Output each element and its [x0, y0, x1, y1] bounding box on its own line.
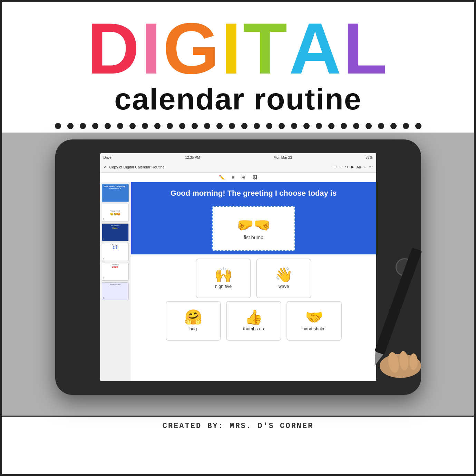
dot [254, 123, 260, 129]
dot [117, 123, 123, 129]
fist-bump-card[interactable]: 🤛🤜 fist bump [212, 206, 295, 251]
thumb-3-content: The month is March [102, 224, 128, 241]
dot [129, 123, 136, 129]
greeting-card-hug[interactable]: 🤗 hug [166, 301, 221, 341]
dots-divider [2, 117, 474, 133]
cast-icon[interactable]: ⊡ [333, 165, 337, 169]
handshake-emoji: 🤝 [305, 310, 323, 324]
dot [415, 123, 421, 129]
thumb-1-content: Good morning! The greeting I choose toda… [103, 185, 128, 201]
slides-panel: Good morning! The greeting I choose toda… [100, 182, 131, 381]
dot [390, 123, 397, 129]
photo-section: Drive 12:35 PM Mon Mar 23 78% ✓ Copy of … [2, 133, 474, 416]
letter-l: L [343, 12, 389, 85]
redo-icon[interactable]: ↪ [345, 165, 348, 169]
dot [316, 123, 322, 129]
dot [279, 123, 285, 129]
app-toolbar: ✓ Copy of Digital Calendar Routine ⊡ ↩ ↪… [100, 162, 376, 173]
svg-rect-0 [374, 247, 422, 355]
dot [378, 123, 384, 129]
slide-thumb-2[interactable]: Today I Feel 😊😢😡 2 [102, 204, 129, 222]
dot [92, 123, 98, 129]
ipad-body: Drive 12:35 PM Mon Mar 23 78% ✓ Copy of … [55, 139, 421, 395]
thumbs-up-emoji: 👍 [245, 310, 263, 324]
fist-bump-label: fist bump [244, 235, 263, 240]
image-icon[interactable]: 🖼 [252, 175, 257, 180]
dot [67, 123, 74, 129]
svg-point-5 [409, 353, 418, 370]
letter-a: A [289, 12, 343, 85]
greeting-options: 🙌 high five 👋 wave [131, 254, 376, 381]
dot [328, 123, 334, 129]
undo-icon[interactable]: ↩ [339, 165, 342, 169]
dot [167, 123, 173, 129]
slide-thumb-5[interactable]: The year is 2020 5 [102, 263, 129, 281]
dot [241, 123, 247, 129]
add-icon[interactable]: + [364, 165, 366, 169]
thumbs-up-label: thumbs up [243, 326, 264, 331]
dot [142, 123, 148, 129]
letter-i2: I [221, 12, 243, 85]
creator-text: CREATED BY: MRS. D'S CORNER [163, 422, 313, 430]
dot [366, 123, 372, 129]
checkmark-icon: ✓ [104, 165, 107, 169]
dot [105, 123, 111, 129]
handshake-label: hand shake [302, 326, 326, 331]
dot [229, 123, 235, 129]
greeting-card-wave[interactable]: 👋 wave [256, 259, 311, 298]
ipad-screen: Drive 12:35 PM Mon Mar 23 78% ✓ Copy of … [100, 153, 376, 381]
text-icon[interactable]: Aa [357, 165, 361, 169]
fist-bump-emoji: 🤛🤜 [236, 217, 271, 233]
pencil-icon[interactable]: ✏️ [219, 175, 225, 180]
slide-content: Good morning! The greeting I choose toda… [131, 182, 376, 381]
stylus-area [359, 245, 428, 385]
hug-label: hug [190, 326, 197, 331]
dot [291, 123, 297, 129]
slide-thumb-1[interactable]: Good morning! The greeting I choose toda… [102, 184, 129, 202]
letter-d: D [87, 12, 141, 85]
creator-credit: CREATED BY: MRS. D'S CORNER [2, 416, 474, 436]
fist-bump-area: 🤛🤜 fist bump [131, 203, 376, 254]
greeting-row-2: 🤗 hug 👍 thumbs up 🤝 [138, 301, 369, 341]
filename-label[interactable]: Copy of Digital Calendar Routine [109, 165, 331, 169]
slide-thumb-6[interactable]: Wonder Day was 6 [102, 282, 129, 300]
dot [55, 123, 61, 129]
dot [154, 123, 161, 129]
digital-title: D I G I T A L [9, 12, 467, 85]
greeting-row-1: 🙌 high five 👋 wave [138, 259, 369, 298]
play-icon[interactable]: ▶ [351, 165, 354, 169]
letter-i: I [141, 12, 163, 85]
draw-toolbar: ✏️ ≡ ⊞ 🖼 [100, 173, 376, 182]
wave-emoji: 👋 [275, 268, 293, 282]
dot [80, 123, 86, 129]
dot [341, 123, 347, 129]
high-five-label: high five [215, 284, 232, 289]
title-section: D I G I T A L calendar routine [2, 2, 474, 117]
dot [303, 123, 310, 129]
greeting-card-thumbs-up[interactable]: 👍 thumbs up [226, 301, 281, 341]
slide-header: Good morning! The greeting I choose toda… [131, 182, 376, 203]
more-icon[interactable]: ⋯ [369, 165, 373, 169]
status-battery: 78% [366, 156, 372, 159]
list-icon[interactable]: ≡ [232, 175, 234, 180]
page-container: D I G I T A L calendar routine [0, 0, 476, 476]
status-date: Mon Mar 23 [274, 156, 292, 159]
greeting-card-high-five[interactable]: 🙌 high five [196, 259, 251, 298]
status-bar: Drive 12:35 PM Mon Mar 23 78% [100, 153, 376, 162]
status-time: 12:35 PM [185, 156, 200, 159]
subtitle: calendar routine [9, 81, 467, 117]
letter-t: T [243, 12, 289, 85]
slides-area: Good morning! The greeting I choose toda… [100, 182, 376, 381]
greeting-card-handshake[interactable]: 🤝 hand shake [286, 301, 342, 341]
dot [192, 123, 198, 129]
dot [216, 123, 223, 129]
high-five-emoji: 🙌 [214, 268, 232, 282]
hug-emoji: 🤗 [184, 310, 202, 324]
crop-icon[interactable]: ⊞ [241, 175, 245, 180]
slide-thumb-4[interactable]: The day is 2 3 4 [102, 243, 129, 261]
ipad-device: Drive 12:35 PM Mon Mar 23 78% ✓ Copy of … [55, 139, 421, 395]
slide-thumb-3[interactable]: The month is March 3 [102, 223, 129, 241]
dot [353, 123, 359, 129]
stylus-svg [359, 245, 428, 383]
dot [403, 123, 409, 129]
